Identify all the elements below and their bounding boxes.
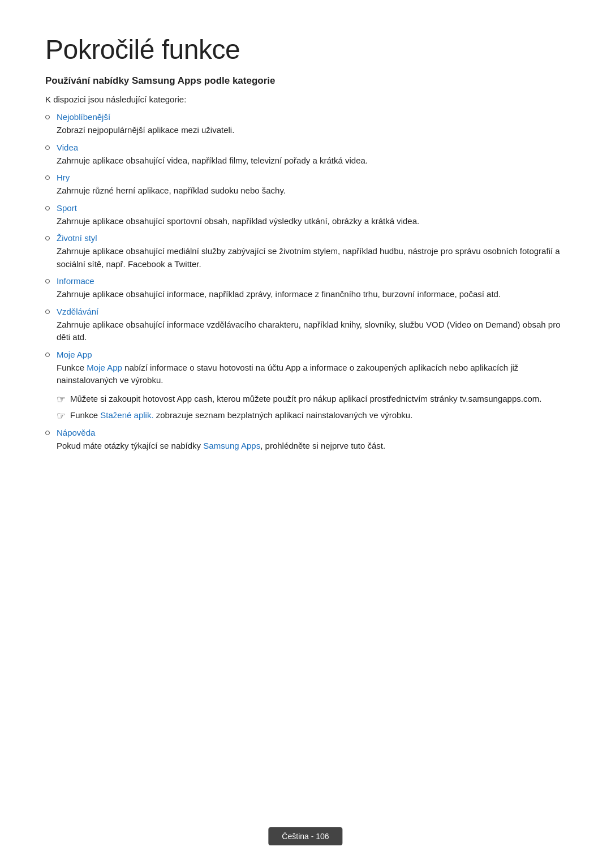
note-icon: ☞ <box>57 410 66 422</box>
category-link-nejoblibenejsi[interactable]: Nejoblíbenější <box>57 112 110 122</box>
inline-link-moje-app[interactable]: Moje App <box>87 363 122 372</box>
category-desc: Zahrnuje aplikace obsahující videa, např… <box>57 154 566 167</box>
category-desc: Zahrnuje aplikace obsahující sportovní o… <box>57 215 566 228</box>
category-link-informace[interactable]: Informace <box>57 276 94 286</box>
category-desc-moje-app: Funkce Moje App nabízí informace o stavu… <box>57 362 566 387</box>
category-desc: Zahrnuje různé herní aplikace, například… <box>57 184 566 197</box>
list-item: Moje App Funkce Moje App nabízí informac… <box>45 350 566 422</box>
category-link-hry[interactable]: Hry <box>57 173 70 182</box>
list-item: Hry Zahrnuje různé herní aplikace, napří… <box>45 173 566 197</box>
category-desc: Zahrnuje aplikace obsahující informace, … <box>57 288 566 301</box>
intro-text: K dispozici jsou následující kategorie: <box>45 94 566 104</box>
list-item: Sport Zahrnuje aplikace obsahující sport… <box>45 203 566 228</box>
bullet-dot <box>45 115 50 119</box>
list-item: Nejoblíbenější Zobrazí nejpopulárnější a… <box>45 112 566 137</box>
bullet-dot <box>45 206 50 210</box>
category-link-napoveda[interactable]: Nápověda <box>57 428 95 437</box>
bullet-dot <box>45 236 50 240</box>
page-title: Pokročilé funkce <box>45 34 566 65</box>
note-icon: ☞ <box>57 393 66 406</box>
note-item: ☞ Můžete si zakoupit hotovost App cash, … <box>57 393 566 406</box>
bullet-dot <box>45 145 50 150</box>
list-item: Vzdělávání Zahrnuje aplikace obsahující … <box>45 307 566 344</box>
bullet-dot <box>45 431 50 435</box>
list-item: Životní styl Zahrnuje aplikace obsahujíc… <box>45 233 566 270</box>
section-title: Používání nabídky Samsung Apps podle kat… <box>45 75 566 87</box>
category-desc: Zahrnuje aplikace obsahující informace v… <box>57 319 566 344</box>
note-item: ☞ Funkce Stažené aplik. zobrazuje seznam… <box>57 409 566 422</box>
page-footer: Čeština - 106 <box>268 827 342 845</box>
inline-link-stazene-aplik[interactable]: Stažené aplik. <box>100 410 153 420</box>
note-text: Funkce Stažené aplik. zobrazuje seznam b… <box>70 409 412 422</box>
category-link-sport[interactable]: Sport <box>57 203 77 213</box>
bullet-dot <box>45 353 50 357</box>
category-desc: Zahrnuje aplikace obsahující mediální sl… <box>57 245 566 270</box>
category-desc: Zobrazí nejpopulárnější aplikace mezi už… <box>57 124 566 137</box>
list-item: Informace Zahrnuje aplikace obsahující i… <box>45 276 566 301</box>
bullet-dot <box>45 310 50 314</box>
list-item: Nápověda Pokud máte otázky týkající se n… <box>45 428 566 453</box>
category-link-moje-app[interactable]: Moje App <box>57 350 92 359</box>
bullet-dot <box>45 279 50 283</box>
category-link-vzdelavani[interactable]: Vzdělávání <box>57 307 98 316</box>
category-list: Nejoblíbenější Zobrazí nejpopulárnější a… <box>45 112 566 452</box>
list-item: Videa Zahrnuje aplikace obsahující videa… <box>45 143 566 167</box>
category-link-videa[interactable]: Videa <box>57 143 78 152</box>
category-desc-napoveda: Pokud máte otázky týkající se nabídky Sa… <box>57 440 566 453</box>
inline-link-samsung-apps[interactable]: Samsung Apps <box>203 441 260 450</box>
bullet-dot <box>45 175 50 180</box>
category-link-zivotni-styl[interactable]: Životní styl <box>57 233 97 243</box>
note-text: Můžete si zakoupit hotovost App cash, kt… <box>70 393 541 406</box>
